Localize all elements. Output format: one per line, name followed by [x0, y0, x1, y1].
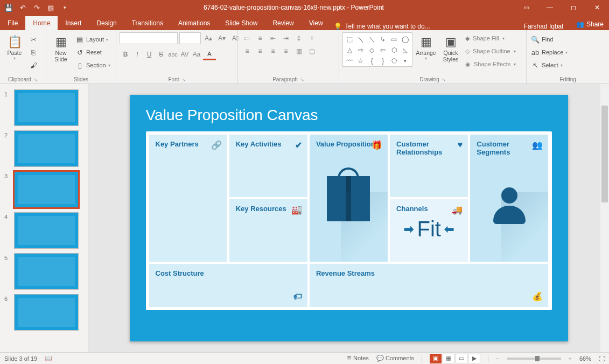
underline-button[interactable]: U — [143, 48, 155, 60]
slide[interactable]: Value Proposition Canvas Key Partners 🔗 … — [130, 95, 568, 341]
shape-effects-button[interactable]: ◉Shape Effects▾ — [464, 58, 517, 70]
cell-key-resources[interactable]: Key Resources 🏭 — [229, 199, 307, 262]
shape-callout-icon[interactable]: ◺ — [400, 45, 410, 55]
thumbnail-3[interactable]: 3 — [0, 169, 88, 210]
notes-button[interactable]: ≣ Notes — [347, 355, 369, 362]
zoom-level[interactable]: 66% — [579, 355, 591, 362]
tell-me-search[interactable]: 💡 Tell me what you want to do... — [334, 23, 430, 30]
font-name-combo[interactable] — [120, 32, 178, 44]
shape-connector-icon[interactable]: ↳ — [378, 34, 388, 44]
cell-value-propositions[interactable]: Value Propositions 🎁 — [310, 135, 388, 262]
align-center-button[interactable]: ≡ — [254, 45, 266, 57]
shape-more1-icon[interactable]: ⬠ — [389, 56, 400, 66]
decrease-font-icon[interactable]: A▾ — [216, 32, 228, 44]
section-button[interactable]: ▯Section▾ — [74, 59, 111, 71]
decrease-indent-button[interactable]: ⇤ — [267, 32, 279, 44]
zoom-slider[interactable] — [507, 358, 561, 360]
font-color-button[interactable]: A — [203, 48, 216, 60]
shape-arrow-icon[interactable]: ⇨ — [356, 45, 366, 55]
tab-home[interactable]: Home — [25, 16, 58, 30]
thumbnail-2[interactable]: 2 — [0, 128, 88, 169]
text-shadow-button[interactable]: abc — [167, 48, 179, 60]
shape-fill-button[interactable]: ◆Shape Fill▾ — [464, 32, 517, 44]
align-right-button[interactable]: ≡ — [267, 45, 279, 57]
character-spacing-button[interactable]: AV — [179, 48, 191, 60]
tab-review[interactable]: Review — [265, 16, 301, 30]
shape-line-icon[interactable]: ＼ — [356, 34, 366, 44]
reset-button[interactable]: ↺Reset — [74, 46, 111, 58]
shape-hexagon-icon[interactable]: ⬡ — [389, 45, 400, 55]
zoom-in-button[interactable]: + — [569, 355, 572, 362]
change-case-button[interactable]: Aa — [191, 48, 202, 60]
shape-outline-button[interactable]: ◇Shape Outline▾ — [464, 45, 517, 57]
shape-triangle-icon[interactable]: △ — [345, 45, 355, 55]
new-slide-button[interactable]: ▦ New Slide — [50, 32, 72, 62]
drawing-dialog-launcher[interactable]: ↘ — [442, 77, 446, 82]
undo-icon[interactable]: ↶ — [18, 3, 27, 12]
shapes-gallery[interactable]: ⬚＼＼↳▭◯ △⇨◇⇦⬡◺ 〰☆{}⬠▾ — [342, 32, 412, 67]
shape-star-icon[interactable]: ☆ — [356, 56, 366, 66]
paste-button[interactable]: 📋 Paste ▾ — [3, 32, 26, 61]
thumbnail-1[interactable]: 1 — [0, 87, 88, 128]
tab-view[interactable]: View — [302, 16, 331, 30]
tab-transitions[interactable]: Transitions — [124, 16, 171, 30]
sorter-view-button[interactable]: ▦ — [443, 354, 454, 363]
normal-view-button[interactable]: ▣ — [430, 354, 442, 363]
shape-diamond-icon[interactable]: ◇ — [367, 45, 377, 55]
find-button[interactable]: 🔍Find — [530, 33, 569, 45]
numbering-button[interactable]: ≡ — [254, 32, 266, 44]
fit-to-window-button[interactable]: ⛶ — [599, 355, 605, 362]
format-painter-button[interactable]: 🖌 — [28, 59, 39, 71]
increase-font-icon[interactable]: A▴ — [202, 32, 214, 44]
copy-button[interactable]: ⎘ — [28, 46, 39, 58]
smartart-button[interactable]: ▢ — [306, 45, 318, 57]
strikethrough-button[interactable]: S — [155, 48, 167, 60]
redo-icon[interactable]: ↷ — [32, 3, 41, 12]
tab-animations[interactable]: Animations — [171, 16, 218, 30]
tab-design[interactable]: Design — [89, 16, 124, 30]
layout-button[interactable]: ▤Layout▾ — [74, 33, 111, 45]
quick-styles-button[interactable]: ▣ Quick Styles — [439, 32, 462, 62]
arrange-button[interactable]: ▦ Arrange ▾ — [415, 32, 437, 61]
cell-customer-segments[interactable]: Customer Segments 👥 — [470, 135, 548, 262]
thumbnail-4[interactable]: 4 — [0, 210, 88, 251]
cell-key-partners[interactable]: Key Partners 🔗 — [149, 135, 227, 262]
maximize-button[interactable]: ◻ — [562, 0, 585, 15]
cell-revenue-streams[interactable]: Revenue Streams 💰 — [310, 264, 549, 307]
minimize-button[interactable]: — — [538, 0, 562, 15]
start-from-beginning-icon[interactable]: ▧ — [46, 3, 55, 12]
cell-key-activities[interactable]: Key Activities ✔ — [229, 135, 307, 197]
signed-in-user[interactable]: Farshad Iqbal — [516, 23, 571, 30]
share-button[interactable]: 👥 Share — [571, 18, 609, 30]
slide-counter[interactable]: Slide 3 of 19 — [4, 355, 37, 362]
zoom-out-button[interactable]: − — [496, 355, 499, 362]
thumbnail-5[interactable]: 5 — [0, 251, 88, 292]
columns-button[interactable]: ▥ — [293, 45, 305, 57]
ribbon-display-options-icon[interactable]: ▭ — [514, 0, 538, 15]
spell-check-icon[interactable]: 📖 — [45, 355, 52, 362]
italic-button[interactable]: I — [131, 48, 143, 60]
slide-thumbnails-panel[interactable]: 1 2 3 4 5 6 — [0, 84, 88, 352]
select-button[interactable]: ↖Select▾ — [530, 59, 569, 71]
shape-curve-icon[interactable]: 〰 — [345, 56, 355, 66]
paragraph-dialog-launcher[interactable]: ↘ — [300, 77, 304, 82]
qat-customize-icon[interactable]: ▾ — [60, 3, 69, 12]
shape-brace-icon[interactable]: { — [367, 56, 377, 66]
close-button[interactable]: ✕ — [585, 0, 609, 15]
scrollbar-thumb[interactable] — [601, 106, 608, 202]
clipboard-dialog-launcher[interactable]: ↘ — [33, 77, 38, 82]
tab-insert[interactable]: Insert — [58, 16, 89, 30]
shape-more-dropdown[interactable]: ▾ — [400, 56, 410, 66]
vertical-scrollbar[interactable] — [600, 84, 609, 352]
cell-channels[interactable]: Channels 🚚 ➡ Fit ⬅ — [390, 199, 468, 262]
slide-title[interactable]: Value Proposition Canvas — [146, 107, 552, 124]
slideshow-view-button[interactable]: ▶ — [468, 354, 480, 363]
bullets-button[interactable]: ≔ — [241, 32, 253, 44]
font-size-combo[interactable] — [179, 32, 201, 44]
cell-customer-relationships[interactable]: Customer Relationships ♥ — [390, 135, 468, 197]
save-icon[interactable]: 💾 — [4, 3, 13, 12]
cut-button[interactable]: ✂ — [28, 33, 39, 45]
cell-cost-structure[interactable]: Cost Structure 🏷 — [149, 264, 307, 307]
replace-button[interactable]: abReplace▾ — [530, 46, 569, 58]
comments-button[interactable]: 💬 Comments — [376, 355, 414, 362]
